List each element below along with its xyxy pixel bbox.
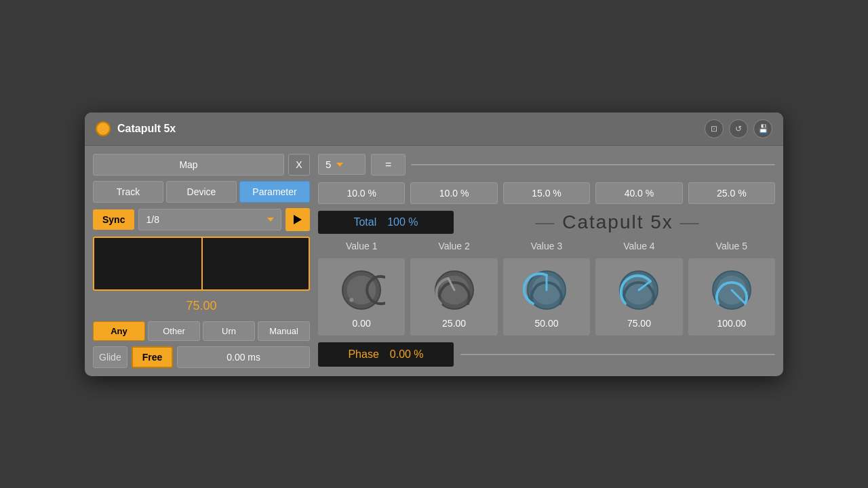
mode-row: Any Other Urn Manual [93, 321, 310, 341]
glide-ms-display[interactable]: 0.00 ms [177, 346, 310, 368]
pct-box-1[interactable]: 10.0 % [318, 182, 405, 204]
total-display: Total 100 % [318, 211, 454, 234]
map-row: Map X [93, 154, 310, 176]
knob-4-container: 75.00 [595, 258, 682, 336]
title-icons: ⊡ ↺ 💾 [705, 119, 772, 138]
title-bar: Catapult 5x ⊡ ↺ 💾 [85, 113, 783, 146]
val-label-4: Value 4 [595, 241, 682, 251]
pct-box-5[interactable]: 25.0 % [688, 182, 775, 204]
count-value: 5 [326, 159, 331, 170]
map-button[interactable]: Map [93, 154, 284, 176]
knob-2-container: 25.00 [410, 258, 497, 336]
left-panel: Map X Track Device Parameter Sync 1/8 [93, 154, 310, 368]
knob-2-value: 25.00 [442, 318, 466, 329]
phase-display[interactable]: Phase 0.00 % [318, 342, 454, 367]
count-dropdown-arrow [336, 163, 343, 167]
knob-5-value: 100.00 [717, 318, 746, 329]
mode-manual[interactable]: Manual [258, 321, 310, 341]
knob-1-container: 0.00 [318, 258, 405, 336]
plugin-window: Catapult 5x ⊡ ↺ 💾 Map X Track Device Par… [85, 113, 783, 376]
refresh-icon[interactable]: ↺ [729, 119, 748, 138]
tab-row: Track Device Parameter [93, 181, 310, 203]
glide-label: Glide [93, 346, 127, 368]
device-tab[interactable]: Device [166, 181, 237, 203]
knob-1-value: 0.00 [353, 318, 371, 329]
knob-3-container: 50.00 [503, 258, 590, 336]
knob-3[interactable] [523, 266, 570, 314]
total-label: Total [353, 216, 376, 228]
knob-5[interactable] [708, 266, 755, 314]
division-dropdown-arrow [267, 218, 274, 222]
title-left: Catapult 5x [96, 121, 176, 136]
right-panel: 5 = 10.0 % 10.0 % 15.0 % 40.0 % 25.0 % T… [318, 154, 775, 368]
pct-box-4[interactable]: 40.0 % [595, 182, 682, 204]
val-label-5: Value 5 [688, 241, 775, 251]
mode-other[interactable]: Other [148, 321, 200, 341]
glide-row: Glide Free 0.00 ms [93, 346, 310, 368]
knob-5-container: 100.00 [688, 258, 775, 336]
phase-value: 0.00 % [390, 348, 424, 361]
waveform-value: 75.00 [93, 296, 310, 316]
knob-1[interactable] [338, 266, 385, 314]
waveform-display[interactable] [93, 237, 310, 291]
x-button[interactable]: X [288, 154, 310, 176]
total-row: Total 100 % — Catapult 5x — [318, 211, 775, 234]
phase-divider [460, 354, 775, 355]
top-divider [411, 164, 775, 165]
svg-point-2 [350, 298, 354, 302]
knobs-row: 0.00 25.00 [318, 258, 775, 336]
division-dropdown[interactable]: 1/8 [138, 209, 281, 230]
phase-row: Phase 0.00 % [318, 342, 775, 367]
val-label-3: Value 3 [503, 241, 590, 251]
glide-free-button[interactable]: Free [132, 346, 174, 368]
val-label-1: Value 1 [318, 241, 405, 251]
track-tab[interactable]: Track [93, 181, 163, 203]
parameter-tab[interactable]: Parameter [239, 181, 310, 203]
waveform-cursor [201, 238, 203, 289]
knob-2[interactable] [431, 266, 478, 314]
percent-row: 10.0 % 10.0 % 15.0 % 40.0 % 25.0 % [318, 182, 775, 204]
knob-4-value: 75.00 [627, 318, 651, 329]
sync-row: Sync 1/8 [93, 208, 310, 231]
count-dropdown[interactable]: 5 [318, 154, 366, 175]
mode-any[interactable]: Any [93, 321, 145, 341]
phase-label: Phase [348, 348, 378, 361]
power-dot[interactable] [96, 121, 111, 136]
plugin-subtitle: — Catapult 5x — [460, 211, 775, 233]
mode-urn[interactable]: Urn [203, 321, 255, 341]
pct-box-2[interactable]: 10.0 % [410, 182, 497, 204]
sync-button[interactable]: Sync [93, 209, 134, 230]
value-labels-row: Value 1 Value 2 Value 3 Value 4 Value 5 [318, 241, 775, 251]
top-controls: 5 = [318, 154, 775, 176]
knob-4[interactable] [615, 266, 663, 314]
total-value: 100 % [387, 216, 418, 228]
play-triangle-icon [294, 215, 302, 224]
save-icon[interactable]: 💾 [753, 119, 772, 138]
equals-button[interactable]: = [371, 154, 406, 176]
pct-box-3[interactable]: 15.0 % [503, 182, 590, 204]
play-button[interactable] [285, 208, 310, 231]
main-content: Map X Track Device Parameter Sync 1/8 [85, 146, 783, 376]
knob-3-value: 50.00 [534, 318, 558, 329]
val-label-2: Value 2 [410, 241, 497, 251]
plugin-title: Catapult 5x [117, 123, 176, 135]
screenshot-icon[interactable]: ⊡ [705, 119, 724, 138]
